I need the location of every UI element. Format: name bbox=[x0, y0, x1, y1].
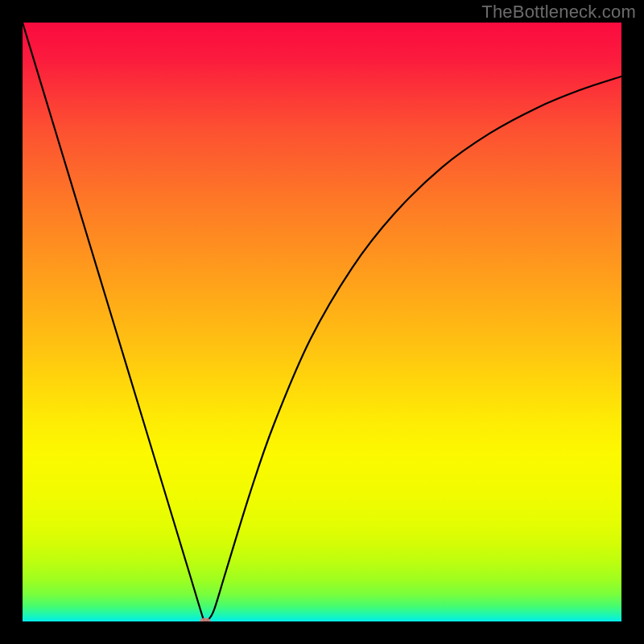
chart-frame: TheBottleneck.com bbox=[0, 0, 644, 644]
bottleneck-curve bbox=[23, 23, 621, 621]
plot-area bbox=[23, 23, 621, 621]
watermark-text: TheBottleneck.com bbox=[481, 2, 636, 23]
optimal-point-marker bbox=[200, 618, 211, 622]
